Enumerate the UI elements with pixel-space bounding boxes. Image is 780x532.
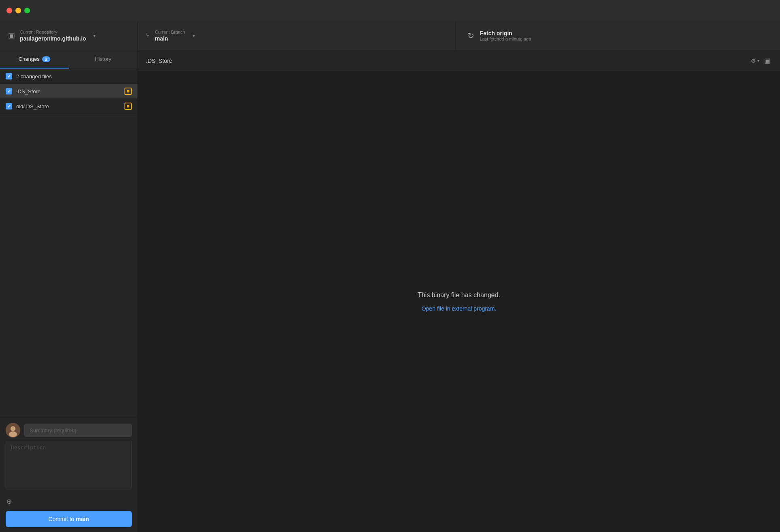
split-view-icon: ▣	[764, 57, 770, 64]
tab-changes-badge: 2	[42, 56, 50, 62]
file-item[interactable]: ✓ old/.DS_Store	[0, 99, 137, 114]
file-item[interactable]: ✓ .DS_Store	[0, 84, 137, 99]
file-modified-badge-1	[124, 88, 132, 95]
file-list: ✓ .DS_Store ✓ old/.DS_Store	[0, 84, 137, 418]
traffic-lights	[6, 8, 30, 13]
commit-button-prefix: Commit to	[48, 516, 76, 522]
current-branch-section[interactable]: ⑂ Current Branch main ▾	[138, 21, 456, 50]
co-authors-row[interactable]: ⊕	[6, 495, 132, 508]
file-header-name: .DS_Store	[146, 58, 751, 64]
branch-text: Current Branch main	[155, 30, 185, 42]
fetch-origin-button[interactable]: ↻ Fetch origin Last fetched a minute ago	[456, 21, 780, 50]
fetch-text: Fetch origin Last fetched a minute ago	[480, 30, 531, 41]
branch-label: Current Branch	[155, 30, 185, 34]
titlebar	[0, 0, 780, 21]
branch-icon: ⑂	[146, 32, 150, 39]
tab-changes-label: Changes	[19, 56, 40, 62]
open-external-link[interactable]: Open file in external program.	[422, 305, 496, 312]
fetch-title: Fetch origin	[480, 30, 531, 36]
diff-area: This binary file has changed. Open file …	[138, 71, 780, 532]
file-modified-badge-2	[124, 103, 132, 110]
app-container: ▣ Current Repository paulageronimo.githu…	[0, 21, 780, 532]
repo-chevron-icon: ▾	[93, 33, 96, 39]
tab-changes[interactable]: Changes 2	[0, 50, 69, 69]
repo-text: Current Repository paulageronimo.github.…	[20, 30, 86, 42]
commit-row	[6, 423, 132, 438]
avatar-svg	[6, 423, 20, 438]
co-authors-icon: ⊕	[6, 498, 12, 505]
changed-files-header: ✓ 2 changed files	[0, 69, 137, 84]
gear-chevron-icon: ▾	[757, 58, 759, 63]
content-area: Changes 2 History ✓ 2 changed files	[0, 50, 780, 532]
checkmark-icon: ✓	[7, 89, 11, 94]
fetch-subtitle: Last fetched a minute ago	[480, 36, 531, 41]
sidebar: Changes 2 History ✓ 2 changed files	[0, 50, 138, 532]
file-header: .DS_Store ⚙ ▾ ▣	[138, 50, 780, 71]
changed-files-label: 2 changed files	[16, 73, 51, 79]
branch-value: main	[155, 35, 185, 42]
file-checkbox-1[interactable]: ✓	[6, 88, 12, 94]
close-button[interactable]	[6, 8, 12, 13]
svg-point-1	[11, 426, 15, 431]
repo-icon: ▣	[8, 31, 15, 40]
binary-file-message: This binary file has changed.	[418, 292, 500, 299]
checkmark-icon: ✓	[7, 74, 11, 79]
file-modified-dot-1	[127, 90, 129, 92]
current-repository-section[interactable]: ▣ Current Repository paulageronimo.githu…	[0, 21, 138, 50]
split-view-button[interactable]: ▣	[763, 55, 772, 66]
file-checkbox-2[interactable]: ✓	[6, 103, 12, 109]
maximize-button[interactable]	[24, 8, 30, 13]
repo-label: Current Repository	[20, 30, 86, 34]
commit-section: ⊕ Commit to main	[0, 418, 137, 532]
checkmark-icon: ✓	[7, 104, 11, 109]
summary-input[interactable]	[24, 424, 132, 437]
commit-button[interactable]: Commit to main	[6, 511, 132, 527]
file-modified-dot-2	[127, 105, 129, 107]
tab-history-label: History	[95, 56, 111, 62]
minimize-button[interactable]	[15, 8, 21, 13]
fetch-icon: ↻	[467, 31, 474, 41]
branch-chevron-icon: ▾	[193, 33, 195, 39]
gear-icon: ⚙	[751, 58, 756, 64]
settings-button[interactable]: ⚙ ▾	[751, 58, 759, 64]
commit-button-branch: main	[76, 516, 89, 522]
file-name-1: .DS_Store	[16, 88, 124, 94]
tab-history[interactable]: History	[69, 50, 138, 69]
select-all-checkbox[interactable]: ✓	[6, 73, 12, 79]
description-input[interactable]	[6, 441, 132, 489]
avatar	[6, 423, 20, 438]
svg-point-2	[9, 431, 17, 437]
sidebar-tabs: Changes 2 History	[0, 50, 137, 69]
repo-value: paulageronimo.github.io	[20, 35, 86, 42]
toolbar: ▣ Current Repository paulageronimo.githu…	[0, 21, 780, 50]
file-header-actions: ⚙ ▾ ▣	[751, 55, 772, 66]
file-name-2: old/.DS_Store	[16, 103, 124, 109]
main-panel: .DS_Store ⚙ ▾ ▣ This binary file has cha…	[138, 50, 780, 532]
